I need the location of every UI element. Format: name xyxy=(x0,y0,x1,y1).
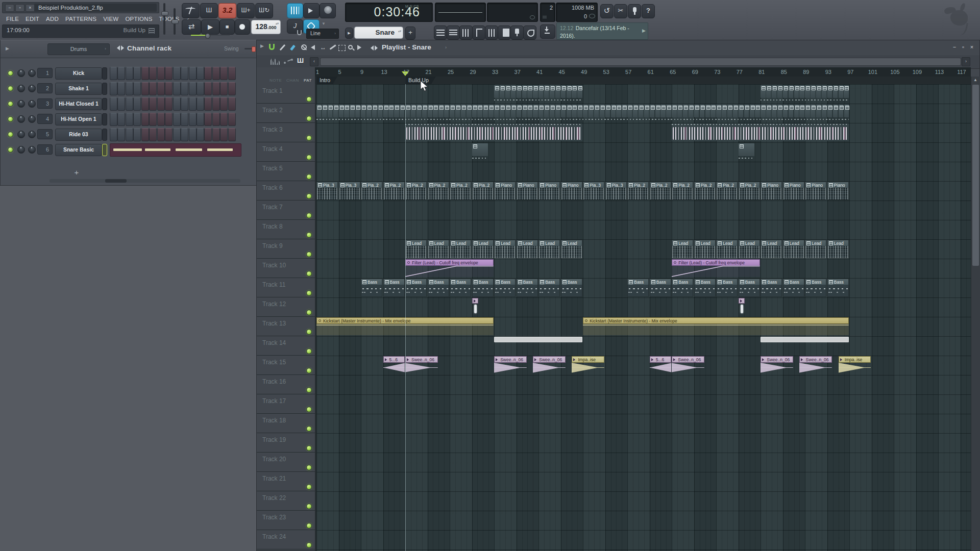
track-led[interactable] xyxy=(306,387,312,393)
add-channel-button[interactable]: + xyxy=(69,168,84,177)
step-cell[interactable] xyxy=(165,82,173,95)
channel-volume-knob[interactable] xyxy=(28,146,36,154)
pattern-cell[interactable] xyxy=(550,85,554,98)
pattern-cell[interactable] xyxy=(816,105,821,117)
news-arrow-icon[interactable]: ▶ xyxy=(642,28,646,33)
step-cell[interactable] xyxy=(141,67,149,80)
step-cell[interactable] xyxy=(197,82,204,95)
vertical-scrollbar[interactable]: ▲ xyxy=(971,77,980,551)
pattern-clip[interactable] xyxy=(316,104,849,121)
step-cell[interactable] xyxy=(181,128,188,141)
step-cell[interactable] xyxy=(220,128,228,141)
song-loop-button[interactable]: ⇄ xyxy=(182,19,201,35)
pattern-cell[interactable] xyxy=(555,105,560,117)
pattern-cell[interactable] xyxy=(755,105,760,117)
pattern-spinner[interactable]: ▴▾ xyxy=(398,30,401,33)
bass-pattern-clip[interactable]: Bass xyxy=(538,279,560,297)
pattern-cell[interactable] xyxy=(522,105,527,117)
download-tray-button[interactable] xyxy=(540,24,555,39)
bass-pattern-clip[interactable]: Bass xyxy=(361,279,382,297)
step-cell[interactable] xyxy=(133,97,141,111)
maximize-button[interactable]: ▫ xyxy=(15,4,24,12)
pattern-cell[interactable] xyxy=(405,105,410,117)
pattern-cell[interactable] xyxy=(572,85,576,98)
step-cell[interactable] xyxy=(197,113,204,126)
snap-magnet-icon[interactable] xyxy=(269,44,277,52)
pattern-cell[interactable] xyxy=(822,85,826,98)
pattern-cell[interactable] xyxy=(400,105,404,117)
pattern-cell[interactable] xyxy=(761,105,765,117)
pattern-cell[interactable] xyxy=(583,105,587,117)
bass-pattern-clip[interactable]: Bass xyxy=(405,279,427,297)
pattern-cell[interactable] xyxy=(666,105,671,117)
step-cell[interactable] xyxy=(126,128,133,141)
rack-scrollbar[interactable] xyxy=(50,179,240,183)
channel-group-selector[interactable]: Drums› xyxy=(47,43,110,55)
track-led[interactable] xyxy=(306,368,312,373)
pattern-cell[interactable] xyxy=(683,105,688,117)
pattern-cell[interactable] xyxy=(660,105,665,117)
playlist-menu-arrow-icon[interactable]: ▶ xyxy=(260,43,264,48)
track-led[interactable] xyxy=(306,252,312,257)
pattern-cell[interactable] xyxy=(433,105,437,117)
piano-pattern-clip[interactable]: Pia..2 xyxy=(450,182,471,200)
channel-name-button[interactable]: Ride 03 xyxy=(55,129,102,141)
step-cell[interactable] xyxy=(110,128,117,141)
step-cell[interactable] xyxy=(181,97,188,111)
pattern-cell[interactable] xyxy=(811,85,815,98)
pattern-cell[interactable] xyxy=(339,105,344,117)
step-cell[interactable] xyxy=(117,128,125,141)
track-led[interactable] xyxy=(306,465,312,470)
bass-pattern-clip[interactable]: Bass xyxy=(805,279,826,297)
minimize-button[interactable]: − xyxy=(5,4,14,12)
play-button[interactable]: ▶ xyxy=(201,19,219,35)
bass-pattern-clip[interactable]: Bass xyxy=(694,279,716,297)
pattern-cell[interactable] xyxy=(555,85,560,98)
step-cell[interactable] xyxy=(126,97,133,111)
step-cell[interactable] xyxy=(204,113,212,126)
pattern-cell[interactable] xyxy=(500,85,504,98)
pattern-cell[interactable] xyxy=(594,105,599,117)
pattern-cell[interactable] xyxy=(383,105,388,117)
bass-pattern-clip[interactable]: Bass xyxy=(783,279,804,297)
playlist-maximize-button[interactable]: ▫ xyxy=(959,44,967,50)
delete-tool-icon[interactable] xyxy=(301,44,309,53)
step-cell[interactable] xyxy=(181,82,188,95)
pattern-cell[interactable] xyxy=(500,105,504,117)
pattern-clip[interactable] xyxy=(472,143,488,160)
pattern-cell[interactable] xyxy=(700,105,704,117)
step-cell[interactable] xyxy=(220,67,228,80)
automation-clip[interactable]: Filter (Lead) - Cutoff freq envelope xyxy=(672,259,760,278)
lead-pattern-clip[interactable]: Lead xyxy=(827,240,849,258)
step-cell[interactable] xyxy=(173,128,181,141)
pattern-cell[interactable] xyxy=(494,85,499,98)
piano-pattern-clip[interactable]: Piano xyxy=(783,182,804,200)
pattern-cell[interactable] xyxy=(544,105,549,117)
pattern-cell[interactable] xyxy=(827,85,832,98)
track-led[interactable] xyxy=(306,407,312,412)
track-led[interactable] xyxy=(306,135,312,141)
audio-clip[interactable]: 5...6 xyxy=(650,356,671,374)
track-led[interactable] xyxy=(306,213,312,218)
piano-pattern-clip[interactable]: Pia..3 xyxy=(339,182,360,200)
step-cell[interactable] xyxy=(157,67,165,80)
channel-name-button[interactable]: Snare Basic xyxy=(55,144,102,156)
pattern-cell[interactable] xyxy=(538,105,543,117)
step-cell[interactable] xyxy=(149,113,157,126)
cut-tool-button[interactable]: ✂ xyxy=(614,4,627,18)
lead-pattern-clip[interactable]: Lead xyxy=(805,240,826,258)
pattern-cell[interactable] xyxy=(772,105,776,117)
pattern-cell[interactable] xyxy=(561,105,566,117)
mixer-toggle-button[interactable] xyxy=(485,26,498,40)
channel-rack-toggle-button[interactable] xyxy=(447,26,460,40)
pattern-cell[interactable] xyxy=(833,105,838,117)
audio-clip[interactable]: Swee..n_06 xyxy=(799,356,832,374)
step-cell[interactable] xyxy=(220,113,228,126)
piano-pattern-clip[interactable]: Piano xyxy=(561,182,582,200)
track-led[interactable] xyxy=(306,329,312,335)
pattern-cell[interactable] xyxy=(727,105,732,117)
pattern-cell[interactable] xyxy=(816,85,821,98)
step-cell[interactable] xyxy=(157,82,165,95)
lead-pattern-clip[interactable]: Lead xyxy=(450,240,471,258)
track-led[interactable] xyxy=(306,445,312,451)
